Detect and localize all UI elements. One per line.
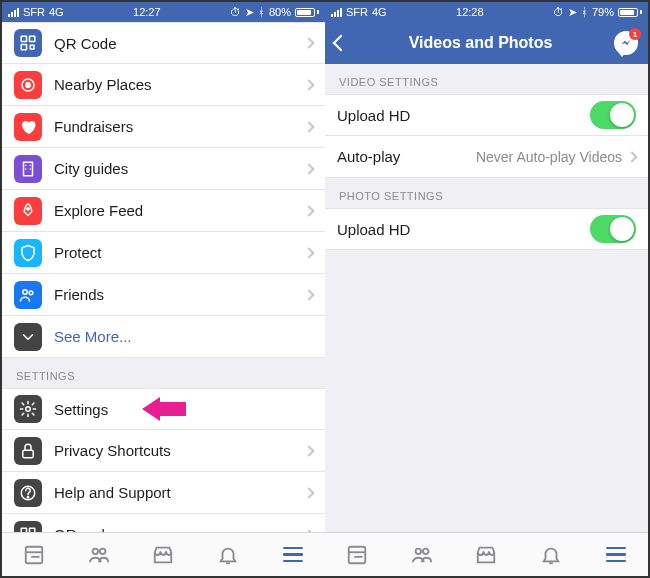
svg-rect-27 [349,546,366,563]
gear-icon [14,395,42,423]
section-header-settings: SETTINGS [2,358,325,388]
svg-rect-22 [26,546,43,563]
network-label: 4G [49,6,64,18]
menu-item-label: City guides [54,160,305,177]
hamburger-icon [283,547,303,563]
chevron-right-icon [303,79,314,90]
menu-item-friends[interactable]: Friends [2,274,325,316]
menu-item-qr-code[interactable]: QR code [2,514,325,532]
hamburger-icon [606,547,626,563]
status-bar: SFR 4G 12:27 ⏱ ➤ ᚼ 80% [2,2,325,22]
shield-icon [14,239,42,267]
toggle-photo-hd[interactable] [590,215,636,243]
building-icon [14,155,42,183]
menu-item-label: QR Code [54,35,305,52]
svg-rect-18 [21,528,26,532]
chevron-right-icon [303,121,314,132]
menu-item-help-and-support[interactable]: Help and Support [2,472,325,514]
battery-icon [295,8,319,17]
tab-notifications[interactable] [216,543,240,567]
svg-rect-3 [30,45,34,49]
svg-rect-6 [24,162,33,176]
menu-item-label: Explore Feed [54,202,305,219]
row-value: Never Auto-play Videos [476,149,622,165]
menu-item-label: Friends [54,286,305,303]
lock-icon [14,437,42,465]
tab-feed[interactable] [345,543,369,567]
rocket-icon [14,197,42,225]
tab-bar [2,532,325,576]
svg-point-14 [26,407,31,412]
tab-marketplace[interactable] [151,543,175,567]
section-header-video: VIDEO SETTINGS [325,64,648,94]
svg-point-12 [23,289,28,294]
tab-menu[interactable] [604,543,628,567]
see-more-button[interactable]: See More... [2,316,325,358]
menu-item-nearby-places[interactable]: Nearby Places [2,64,325,106]
tab-friends[interactable] [87,543,111,567]
row-photo-upload-hd[interactable]: Upload HD [325,208,648,250]
menu-item-privacy-shortcuts[interactable]: Privacy Shortcuts [2,430,325,472]
svg-point-5 [26,82,31,87]
messenger-badge: 1 [629,28,641,40]
svg-rect-15 [23,450,34,458]
help-icon [14,479,42,507]
network-label: 4G [372,6,387,18]
chevron-right-icon [303,37,314,48]
svg-rect-19 [30,528,35,532]
heart-icon [14,113,42,141]
clock-label: 12:28 [456,6,484,18]
carrier-label: SFR [346,6,368,18]
battery-icon [618,8,642,17]
chevron-right-icon [303,289,314,300]
tab-notifications[interactable] [539,543,563,567]
clock-label: 12:27 [133,6,161,18]
alarm-icon: ⏱ [553,6,564,18]
menu-item-fundraisers[interactable]: Fundraisers [2,106,325,148]
row-label: Upload HD [337,221,590,238]
tab-feed[interactable] [22,543,46,567]
phone-left: SFR 4G 12:27 ⏱ ➤ ᚼ 80% QR CodeNearby Pla… [2,2,325,576]
menu-item-label: Help and Support [54,484,305,501]
section-header-photo: PHOTO SETTINGS [325,178,648,208]
svg-point-25 [92,548,98,554]
chevron-right-icon [303,487,314,498]
bluetooth-icon: ᚼ [258,6,265,18]
tab-menu[interactable] [281,543,305,567]
row-autoplay[interactable]: Auto-play Never Auto-play Videos [325,136,648,178]
tab-bar [325,532,648,576]
alarm-icon: ⏱ [230,6,241,18]
menu-scroll[interactable]: QR CodeNearby PlacesFundraisersCity guid… [2,22,325,532]
settings-scroll[interactable]: VIDEO SETTINGS Upload HD Auto-play Never… [325,64,648,532]
menu-item-city-guides[interactable]: City guides [2,148,325,190]
menu-item-protect[interactable]: Protect [2,232,325,274]
qr-icon [14,521,42,533]
menu-item-qr-code[interactable]: QR Code [2,22,325,64]
row-video-upload-hd[interactable]: Upload HD [325,94,648,136]
arrow-annotation [142,397,186,421]
back-button[interactable] [335,37,347,49]
tab-friends[interactable] [410,543,434,567]
tab-marketplace[interactable] [474,543,498,567]
menu-item-label: Protect [54,244,305,261]
location-icon: ➤ [568,6,577,19]
signal-icon [8,8,19,17]
chevron-down-icon [14,323,42,351]
battery-percent: 80% [269,6,291,18]
messenger-button[interactable]: 1 [614,31,638,55]
toggle-video-hd[interactable] [590,101,636,129]
qr-icon [14,29,42,57]
chevron-right-icon [303,247,314,258]
svg-rect-1 [30,36,35,41]
page-title: Videos and Photos [347,34,614,52]
menu-item-explore-feed[interactable]: Explore Feed [2,190,325,232]
row-label: Upload HD [337,107,590,124]
menu-item-settings[interactable]: Settings [2,388,325,430]
signal-icon [331,8,342,17]
status-bar: SFR 4G 12:28 ⏱ ➤ ᚼ 79% [325,2,648,22]
svg-point-13 [29,290,33,294]
battery-percent: 79% [592,6,614,18]
menu-item-label: Fundraisers [54,118,305,135]
svg-point-30 [415,548,421,554]
see-more-label: See More... [54,328,313,345]
